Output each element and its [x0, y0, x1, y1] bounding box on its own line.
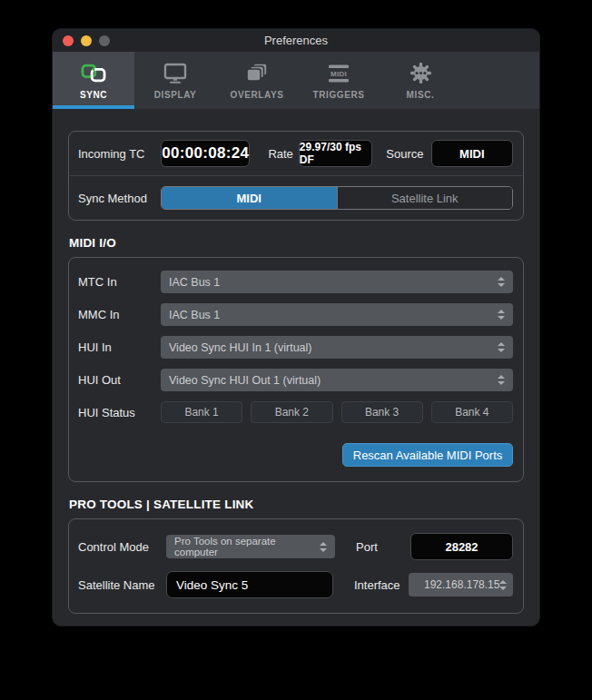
tab-sync-label: SYNC: [80, 90, 107, 100]
satellite-section-title: PRO TOOLS | SATELLITE LINK: [69, 498, 524, 511]
tab-display[interactable]: DISPLAY: [134, 52, 216, 109]
window-title: Preferences: [264, 34, 328, 47]
tab-misc[interactable]: MISC.: [380, 52, 461, 109]
hui-out-row: HUI Out Video Sync HUI Out 1 (virtual): [78, 369, 513, 391]
incoming-tc-row: Incoming TC 00:00:08:24 Rate 29.97/30 fp…: [69, 132, 523, 175]
hui-in-label: HUI In: [78, 340, 161, 354]
rescan-midi-ports-button[interactable]: Rescan Available MIDI Ports: [342, 443, 513, 467]
mtc-in-value: IAC Bus 1: [169, 276, 220, 289]
rescan-row: Rescan Available MIDI Ports: [78, 443, 513, 467]
stepper-icon: [498, 310, 505, 320]
svg-text:MIDI: MIDI: [331, 69, 347, 77]
hui-status-row: HUI Status Bank 1 Bank 2 Bank 3 Bank 4: [78, 401, 513, 423]
port-field[interactable]: 28282: [410, 533, 513, 560]
tab-triggers[interactable]: MIDI TRIGGERS: [298, 52, 380, 109]
midi-io-panel: MTC In IAC Bus 1 MMC In IAC Bus 1 HUI In…: [68, 257, 524, 482]
traffic-lights: [63, 35, 110, 46]
gear-icon: [409, 62, 432, 85]
tab-overlays-label: OVERLAYS: [231, 90, 284, 100]
hui-in-row: HUI In Video Sync HUI In 1 (virtual): [78, 336, 513, 359]
bank-2-button[interactable]: Bank 2: [251, 401, 332, 423]
bank-1-button[interactable]: Bank 1: [161, 401, 242, 423]
sync-method-row: Sync Method MIDI Satellite Link: [69, 175, 523, 220]
satellite-panel: Control Mode Pro Tools on separate compu…: [68, 518, 524, 614]
display-icon: [163, 62, 187, 85]
hui-out-select[interactable]: Video Sync HUI Out 1 (virtual): [161, 369, 513, 391]
source-display: MIDI: [431, 140, 513, 167]
tab-misc-label: MISC.: [407, 90, 435, 100]
tab-overlays[interactable]: OVERLAYS: [216, 52, 298, 109]
mmc-in-row: MMC In IAC Bus 1: [78, 303, 513, 326]
satellite-name-label: Satellite Name: [78, 578, 166, 592]
hui-status-label: HUI Status: [78, 406, 161, 419]
minimize-button[interactable]: [81, 35, 92, 46]
stepper-icon: [498, 277, 505, 287]
zoom-button-disabled: [99, 35, 110, 46]
port-label: Port: [356, 540, 410, 554]
sync-method-segmented-control: MIDI Satellite Link: [161, 186, 513, 210]
satellite-name-field[interactable]: Video Sync 5: [166, 571, 333, 598]
control-mode-select[interactable]: Pro Tools on separate computer: [166, 535, 335, 558]
source-label: Source: [386, 147, 423, 161]
mtc-in-select[interactable]: IAC Bus 1: [161, 271, 513, 293]
tab-sync[interactable]: SYNC: [53, 52, 134, 109]
midi-plug-icon: MIDI: [326, 62, 351, 85]
sync-method-label: Sync Method: [78, 192, 161, 205]
hui-in-select[interactable]: Video Sync HUI In 1 (virtual): [161, 336, 513, 359]
tab-triggers-label: TRIGGERS: [312, 90, 364, 100]
hui-in-value: Video Sync HUI In 1 (virtual): [169, 341, 311, 354]
hui-out-label: HUI Out: [78, 373, 161, 387]
stepper-icon: [499, 580, 507, 590]
title-bar: Preferences: [53, 29, 539, 52]
mtc-in-row: MTC In IAC Bus 1: [78, 271, 513, 293]
satellite-name-row: Satellite Name Video Sync 5 Interface 19…: [78, 571, 513, 598]
stepper-icon: [498, 375, 505, 385]
control-mode-label: Control Mode: [78, 540, 166, 554]
mmc-in-label: MMC In: [78, 308, 161, 321]
sync-pane: Incoming TC 00:00:08:24 Rate 29.97/30 fp…: [53, 131, 539, 614]
bank-3-button[interactable]: Bank 3: [341, 401, 423, 423]
tab-display-label: DISPLAY: [154, 90, 197, 100]
stepper-icon: [320, 542, 327, 552]
control-mode-row: Control Mode Pro Tools on separate compu…: [78, 533, 513, 560]
preferences-window: Preferences SYNC DISPLAY: [52, 28, 540, 626]
timecode-panel: Incoming TC 00:00:08:24 Rate 29.97/30 fp…: [68, 131, 524, 221]
control-mode-value: Pro Tools on separate computer: [174, 536, 320, 557]
midi-io-section-title: MIDI I/O: [69, 236, 524, 250]
bank-4-button[interactable]: Bank 4: [431, 401, 513, 423]
mmc-in-select[interactable]: IAC Bus 1: [161, 303, 513, 326]
overlays-icon: [245, 62, 269, 85]
hui-status-banks: Bank 1 Bank 2 Bank 3 Bank 4: [161, 401, 513, 423]
incoming-tc-label: Incoming TC: [78, 147, 161, 161]
sync-method-option-midi[interactable]: MIDI: [162, 187, 337, 209]
sync-link-icon: [80, 62, 107, 85]
rate-display: 29.97/30 fps DF: [299, 140, 373, 167]
close-button[interactable]: [63, 35, 74, 46]
mmc-in-value: IAC Bus 1: [169, 309, 220, 321]
incoming-tc-display: 00:00:08:24: [161, 140, 250, 167]
stepper-icon: [498, 342, 505, 352]
hui-out-value: Video Sync HUI Out 1 (virtual): [169, 374, 321, 387]
interface-select[interactable]: 192.168.178.15: [409, 573, 513, 596]
sync-method-option-satellite-link[interactable]: Satellite Link: [337, 187, 513, 209]
preferences-tab-bar: SYNC DISPLAY OVERLAYS: [53, 52, 539, 109]
mtc-in-label: MTC In: [78, 275, 161, 289]
rate-label: Rate: [268, 147, 292, 161]
interface-value: 192.168.178.15: [417, 578, 499, 591]
interface-label: Interface: [354, 578, 409, 592]
